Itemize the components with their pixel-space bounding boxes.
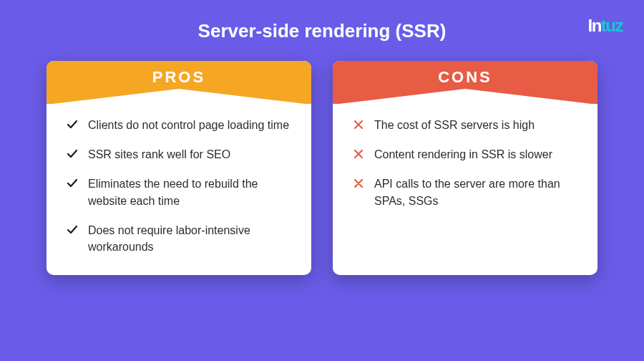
pro-text: Does not require labor-intensive workaro…	[88, 222, 291, 255]
list-item: SSR sites rank well for SEO	[67, 146, 291, 163]
list-item: Eliminates the need to rebuild the websi…	[67, 175, 291, 208]
pros-header: PROS	[47, 61, 311, 104]
list-item: The cost of SSR servers is high	[353, 117, 577, 133]
check-icon	[67, 224, 78, 236]
check-icon	[67, 178, 78, 189]
pros-header-label: PROS	[152, 68, 205, 87]
check-icon	[67, 119, 78, 130]
check-icon	[67, 148, 78, 160]
list-item: Content rendering in SSR is slower	[353, 146, 577, 163]
con-text: The cost of SSR servers is high	[374, 117, 535, 133]
list-item: Does not require labor-intensive workaro…	[67, 222, 291, 255]
brand-logo: Intuz	[588, 16, 623, 36]
pros-body: Clients do not control page loading time…	[47, 104, 311, 275]
con-text: Content rendering in SSR is slower	[374, 146, 552, 163]
cross-icon	[353, 178, 364, 189]
cross-icon	[353, 148, 364, 160]
pro-text: SSR sites rank well for SEO	[88, 146, 230, 163]
pro-text: Clients do not control page loading time	[88, 117, 289, 133]
list-item: API calls to the server are more than SP…	[353, 175, 577, 208]
cons-header-label: CONS	[438, 68, 492, 87]
cross-icon	[353, 119, 364, 130]
pro-text: Eliminates the need to rebuild the websi…	[88, 175, 291, 208]
cons-card: CONS The cost of SSR servers is high Con…	[333, 61, 597, 275]
list-item: Clients do not control page loading time	[67, 117, 291, 133]
pros-card: PROS Clients do not control page loading…	[47, 61, 311, 275]
cons-body: The cost of SSR servers is high Content …	[333, 104, 597, 275]
logo-part-2: tuz	[601, 16, 623, 35]
logo-part-1: In	[588, 16, 601, 35]
con-text: API calls to the server are more than SP…	[374, 175, 577, 208]
cons-header: CONS	[333, 61, 597, 104]
page-title: Server-side rendering (SSR)	[0, 0, 644, 61]
cards-container: PROS Clients do not control page loading…	[0, 61, 644, 275]
